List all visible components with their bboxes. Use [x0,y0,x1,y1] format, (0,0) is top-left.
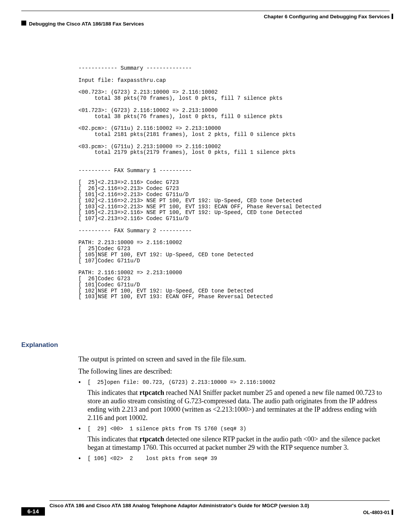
page: Chapter 6 Configuring and Debugging Fax … [0,0,411,532]
section-marker-icon [21,21,26,26]
bullet-dot-icon: • [78,379,88,386]
bullet-mono: [ 29] <00> 1 silence pkts from TS 1760 (… [88,425,387,433]
code-block: ------------ Summary -------------- Inpu… [78,66,322,300]
bullet-dot-icon: • [78,425,88,433]
bullet-dot-icon: • [78,455,88,462]
doc-id-bar-icon [392,510,393,515]
page-number-badge: 6-14 [21,507,45,516]
bullet-mono: [ 25]open file: 00.723, (G723) 2.213:100… [88,379,387,386]
doc-id: OL-4803-01 [363,510,390,515]
explanation-bullets: • [ 25]open file: 00.723, (G723) 2.213:1… [78,379,387,465]
bullet-item: • [ 29] <00> 1 silence pkts from TS 1760… [78,425,387,452]
explanation-line-1: The output is printed on screen and save… [78,355,246,363]
chapter-bar-icon [392,14,393,19]
section-label: Debugging the Cisco ATA 186/188 Fax Serv… [29,21,144,27]
footer-title: Cisco ATA 186 and Cisco ATA 188 Analog T… [49,503,309,508]
bullet-content: [ 106] <02> 2 lost pkts from seq# 39 [88,455,387,462]
header-rule [21,11,390,11]
bullet-content: [ 29] <00> 1 silence pkts from TS 1760 (… [88,425,387,452]
bullet-mono: [ 106] <02> 2 lost pkts from seq# 39 [88,455,387,462]
bullet-item: • [ 106] <02> 2 lost pkts from seq# 39 [78,455,387,462]
footer-rule [49,500,390,501]
explanation-line-2: The following lines are described: [78,367,172,375]
bullet-item: • [ 25]open file: 00.723, (G723) 2.213:1… [78,379,387,422]
bullet-desc: This indicates that rtpcatch detected on… [88,435,387,452]
bullet-content: [ 25]open file: 00.723, (G723) 2.213:100… [88,379,387,422]
chapter-label: Chapter 6 Configuring and Debugging Fax … [264,14,390,19]
explanation-heading: Explanation [21,341,58,349]
bullet-desc: This indicates that rtpcatch reached NAI… [88,388,387,422]
